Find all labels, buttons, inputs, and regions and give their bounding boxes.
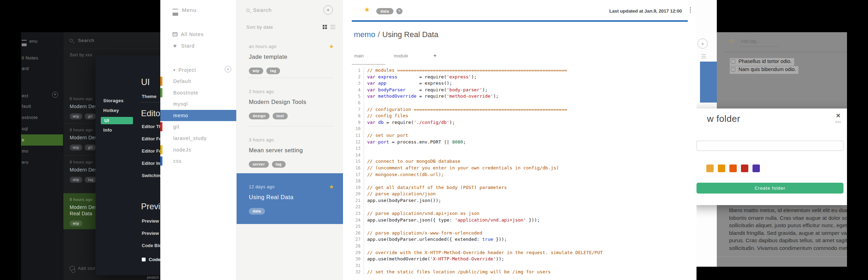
sidebar-folder-laravel_study[interactable]: laravel_study [160,133,236,144]
line-number: 18 [353,178,364,184]
settings-nav-hotkey[interactable]: Hotkey [103,108,119,113]
line-number: 4 [353,87,364,93]
sidebar-folder-css[interactable]: css [160,155,236,167]
folder-color-swatches [706,164,760,172]
note-card[interactable]: an hours ago★Jade templatewiptag [237,38,343,78]
note-time: 3 hours ago [249,138,274,142]
checkbox-icon[interactable] [731,59,735,64]
tag-pill[interactable]: tool [273,113,288,119]
code-text: // get all data/stuff of the body (POST)… [364,184,507,191]
dark-menu-button[interactable]: enu [21,38,63,44]
star-icon[interactable]: ★ [329,183,334,190]
checkbox-icon[interactable] [731,67,735,72]
tag-pill[interactable]: server [249,161,269,168]
code-token: // parse application/vnd.api+json as jso… [367,211,479,216]
tag-pill[interactable]: git [85,145,96,150]
sidebar-folder-mysql[interactable]: mysql [160,98,236,110]
code-line: 24app.use(bodyParser.json({ type: 'appli… [353,217,694,224]
line-number: 23 [353,210,364,217]
project-group[interactable]: ▼Project [173,67,196,73]
dark-folder-item[interactable]: ostnote [21,112,63,123]
star-outline-icon[interactable]: ☆ [729,37,734,44]
breadcrumb-folder[interactable]: memo [354,30,375,39]
folder-name-input[interactable] [696,141,844,151]
code-line: 1// modules ============================… [353,67,694,74]
tab-module[interactable]: module [391,54,431,64]
color-swatch[interactable] [718,164,725,172]
menu-label: Menu [182,7,197,13]
note-tags: wipgit [70,144,98,150]
sidebar-folder-memo[interactable]: memo [160,110,236,121]
note-tag-pill[interactable]: data [376,8,393,14]
sort-by-dropdown[interactable]: Sort by date [246,24,273,30]
dark-folder-item[interactable]: e [21,134,63,146]
dark-folder-item[interactable]: sql [21,123,63,134]
dark-search-input[interactable]: Search [70,38,94,43]
dark-folder-item[interactable]: mo [21,146,63,157]
checklist-item[interactable]: Phasellus id tortor odio. [730,58,794,66]
create-folder-button[interactable]: Create folder [696,183,844,194]
note-star-toggle[interactable]: ★ [364,6,370,14]
note-tags: wiptag [249,67,283,74]
tag-pill[interactable]: design [249,113,270,119]
tag-pill[interactable]: git [85,113,96,119]
note-card[interactable]: 2 hours agoModern Design Toolsdesigntool [246,78,334,126]
tag-pill[interactable]: wip [249,68,263,74]
sidebar-folder-git[interactable]: git [160,121,236,133]
new-tab-button[interactable]: + [431,52,436,64]
code-editor[interactable]: 1// modules ============================… [353,67,694,280]
sidebar-item-all-notes[interactable]: All Notes [173,31,204,37]
sidebar-folder-Default[interactable]: Default [160,76,236,87]
note-card[interactable]: 3 hours agoMean server settingservertag [246,126,334,173]
paragraph-line: sollicitudin. Vivamus condimentum commod… [729,244,847,252]
settings-nav-info[interactable]: Info [103,127,112,133]
tag-pill[interactable]: tag [272,161,286,168]
dark-folder-item[interactable]: ers [21,157,63,168]
tab-main[interactable]: main [352,54,385,65]
color-swatch[interactable] [741,164,748,172]
tag-pill[interactable]: tag [266,68,280,74]
settings-nav-storages[interactable]: Storages [103,98,124,103]
tag-pill[interactable]: wip [70,145,82,150]
add-folder-icon[interactable]: + [52,92,58,98]
line-number: 1 [353,67,364,74]
close-icon[interactable]: × [836,111,840,120]
code-token: true [482,237,493,242]
settings-nav-ui[interactable]: UI [101,117,133,124]
tag-pill[interactable]: wip [70,113,82,119]
color-swatch[interactable] [706,164,714,172]
settings-panel-title: UI [141,77,150,87]
code-token: 8080 [452,139,463,145]
sidebar-item-starred[interactable]: ★Stard [173,43,195,49]
add-folder-button[interactable]: + [225,66,231,72]
note-title: Modern Des [70,167,97,173]
menu-button[interactable]: Menu [173,7,197,13]
note-time: 8 hours ago [70,97,93,101]
add-tag-button[interactable]: + [396,8,402,14]
new-note-button[interactable]: + [698,38,708,49]
tag-pill[interactable]: wip [70,177,82,183]
sidebar-folder-nodeJs[interactable]: nodeJs [160,144,236,156]
tag-pill[interactable]: data [249,208,265,215]
dark-all-notes[interactable]: ll Notes [21,55,63,61]
dark-starred[interactable]: ard [21,66,63,71]
checklist-item[interactable]: Nam quis bibendum odio. [730,66,798,74]
grid-view-icon[interactable] [323,25,327,29]
add-tag-input[interactable]: Add tag... [741,38,760,44]
tag-pill[interactable]: wip [70,220,82,226]
color-swatch[interactable] [752,164,760,172]
line-number: 30 [353,256,364,262]
dark-sort-label[interactable]: Sort by xxx [70,52,92,57]
list-view-icon[interactable] [330,25,335,29]
dark-folder-item[interactable]: fault [21,101,63,112]
color-swatch[interactable] [729,164,737,172]
tag-pill[interactable]: tag [85,177,97,183]
kebab-menu-icon[interactable] [690,7,691,14]
new-note-button[interactable]: + [323,5,333,15]
star-icon[interactable]: ★ [329,43,334,50]
sidebar-folder-Boostnote[interactable]: Boostnote [160,87,236,99]
search-input[interactable]: Search [246,7,272,13]
dark-project-row[interactable]: ect+ [21,93,63,98]
code-token: var [367,139,375,145]
note-card[interactable]: 12 days ago★Using Real Datadata [237,173,343,224]
